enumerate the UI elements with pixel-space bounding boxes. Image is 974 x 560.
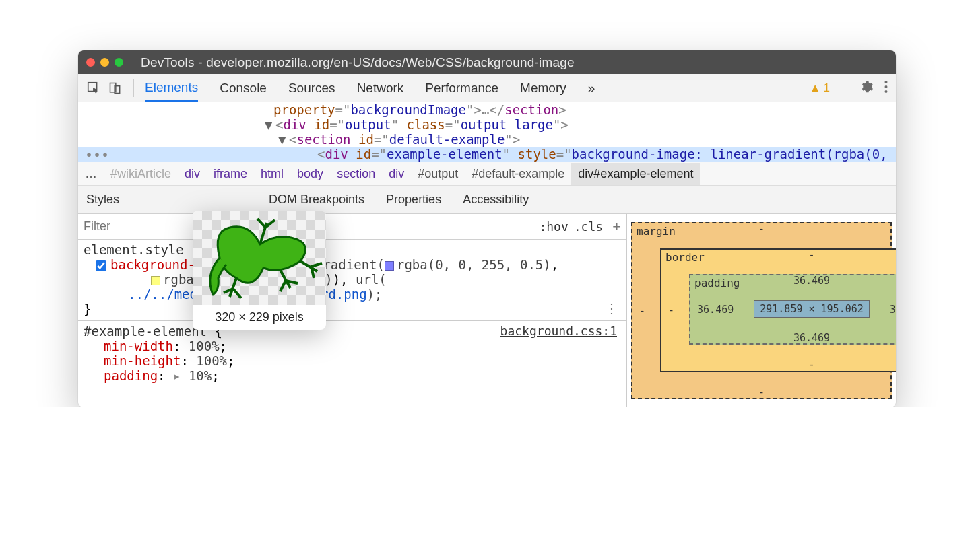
breadcrumb-item[interactable]: div — [178, 163, 207, 185]
margin-label: margin — [637, 225, 676, 238]
main-toolbar: Elements Console Sources Network Perform… — [78, 74, 896, 102]
tab-console[interactable]: Console — [220, 74, 267, 102]
subtab-properties[interactable]: Properties — [386, 193, 441, 207]
window-title: DevTools - developer.mozilla.org/en-US/d… — [141, 55, 575, 70]
breadcrumb-item[interactable]: section — [330, 163, 382, 185]
svg-point-3 — [885, 81, 888, 83]
minimize-window-button[interactable] — [100, 58, 109, 67]
subtab-styles[interactable]: Styles — [86, 193, 119, 207]
border-label: border — [665, 251, 705, 264]
device-toggle-icon[interactable] — [108, 81, 123, 96]
breadcrumb: … #wikiArticle div iframe html body sect… — [78, 162, 896, 186]
padding-left-value: 36.469 — [697, 304, 734, 316]
padding-label: padding — [694, 277, 740, 289]
breadcrumb-overflow[interactable]: … — [78, 163, 104, 185]
warnings-badge[interactable]: ▲ 1 — [810, 81, 830, 95]
breadcrumb-item-selected[interactable]: div#example-element — [571, 163, 700, 185]
breadcrumb-item[interactable]: iframe — [207, 163, 254, 185]
property-enable-checkbox[interactable] — [96, 260, 106, 271]
subtab-dom-breakpoints[interactable]: DOM Breakpoints — [269, 193, 364, 207]
padding-bottom-value: 36.469 — [690, 332, 896, 344]
source-file-link[interactable]: background.css:1 — [500, 324, 617, 338]
breadcrumb-item[interactable]: div — [382, 163, 411, 185]
subtab-accessibility[interactable]: Accessibility — [463, 193, 529, 207]
tab-performance[interactable]: Performance — [425, 74, 498, 102]
tab-elements[interactable]: Elements — [145, 75, 198, 102]
hov-toggle[interactable]: :hov — [539, 219, 568, 234]
tab-memory[interactable]: Memory — [520, 74, 566, 102]
cls-toggle[interactable]: .cls — [574, 219, 603, 234]
svg-point-5 — [885, 90, 888, 93]
devtools-window: DevTools - developer.mozilla.org/en-US/d… — [78, 50, 896, 407]
more-menu-icon[interactable] — [884, 80, 888, 96]
breadcrumb-item[interactable]: #output — [411, 163, 465, 185]
zoom-window-button[interactable] — [115, 58, 123, 67]
svg-point-4 — [885, 85, 888, 88]
breadcrumb-item[interactable]: body — [290, 163, 330, 185]
content-dimensions: 291.859 × 195.062 — [754, 300, 870, 318]
breadcrumb-item[interactable]: #wikiArticle — [104, 163, 178, 185]
breadcrumb-item[interactable]: html — [254, 163, 290, 185]
more-actions-icon[interactable]: ⋮ — [605, 300, 618, 316]
settings-gear-icon[interactable] — [860, 80, 874, 96]
color-swatch-icon[interactable] — [385, 261, 394, 271]
separator — [845, 79, 845, 97]
dom-node[interactable]: property="backgroundImage">…</section> — [78, 102, 896, 117]
separator — [133, 79, 134, 97]
image-preview-thumbnail — [193, 211, 326, 305]
tab-network[interactable]: Network — [357, 74, 404, 102]
dom-node-selected[interactable]: ••• <div id="example-element" style="bac… — [78, 147, 896, 162]
box-model-diagram[interactable]: margin - - border - - padding 36.469 36.… — [631, 222, 892, 399]
inspect-icon[interactable] — [86, 81, 101, 96]
lizard-icon — [193, 211, 326, 305]
tab-overflow[interactable]: » — [588, 74, 595, 102]
breadcrumb-item[interactable]: #default-example — [465, 163, 571, 185]
padding-right-value: 36.469 — [890, 304, 896, 316]
image-preview-popover: 320 × 229 pixels — [193, 211, 326, 330]
styles-pane: :hov .cls + element.style { ⋮ background… — [78, 214, 626, 407]
close-window-button[interactable] — [86, 58, 95, 67]
panel-tabs: Elements Console Sources Network Perform… — [145, 74, 803, 102]
styles-filterbar: :hov .cls + — [78, 214, 626, 240]
color-swatch-icon[interactable] — [151, 276, 160, 285]
expand-ellipsis-icon[interactable]: ••• — [85, 147, 109, 163]
image-dimensions-label: 320 × 229 pixels — [193, 305, 326, 330]
new-style-rule-button[interactable]: + — [612, 218, 621, 236]
titlebar: DevTools - developer.mozilla.org/en-US/d… — [78, 50, 896, 74]
style-rule-block[interactable]: background.css:1 #example-element { min-… — [78, 321, 626, 383]
dom-tree[interactable]: property="backgroundImage">…</section> ▼… — [78, 102, 896, 162]
computed-pane: margin - - border - - padding 36.469 36.… — [626, 214, 896, 407]
toolbar-right-icons: ▲ 1 — [810, 79, 888, 97]
tab-sources[interactable]: Sources — [288, 74, 335, 102]
dom-node[interactable]: ▼<div id="output" class="output large"> — [78, 117, 896, 132]
warnings-count: 1 — [824, 81, 830, 95]
style-rule-block[interactable]: element.style { ⋮ background-image: line… — [78, 240, 626, 321]
styles-tabbar: Styles DOM Breakpoints Properties Access… — [78, 186, 896, 214]
dom-node[interactable]: ▼<section id="default-example"> — [78, 132, 896, 147]
traffic-lights — [86, 58, 123, 67]
